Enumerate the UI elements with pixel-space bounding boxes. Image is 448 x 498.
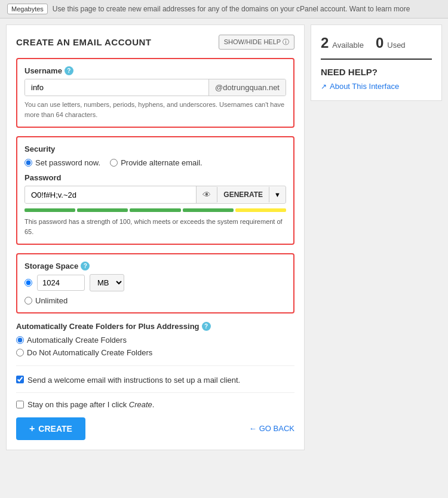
- external-link-icon: ↗: [321, 82, 327, 91]
- top-bar-message: Use this page to create new email addres…: [53, 5, 410, 13]
- auto-create-label: Automatically Create Folders: [27, 336, 127, 345]
- go-back-label: GO BACK: [259, 424, 294, 433]
- username-label: Username ?: [24, 66, 286, 75]
- storage-unit-select[interactable]: MB GB: [90, 274, 124, 291]
- username-label-text: Username: [24, 66, 62, 75]
- top-bar: Megabytes Use this page to create new em…: [0, 0, 448, 19]
- welcome-email-checkbox[interactable]: [16, 376, 24, 383]
- go-back-arrow-icon: ←: [249, 424, 257, 433]
- welcome-email-row: Send a welcome email with instructions t…: [16, 374, 294, 386]
- show-password-button[interactable]: 👁: [196, 186, 217, 203]
- used-label: Used: [387, 41, 405, 50]
- main-container: CREATE AN EMAIL ACCOUNT SHOW/HIDE HELP ⓘ…: [0, 19, 448, 456]
- show-hide-button[interactable]: SHOW/HIDE HELP ⓘ: [219, 35, 294, 50]
- username-section: Username ? @dotrungquan.net You can use …: [16, 58, 294, 128]
- strength-text: This password has a strength of 100, whi…: [24, 217, 286, 236]
- stats-row: 2 Available 0 Used: [321, 35, 432, 60]
- folders-title: Automatically Create Folders for Plus Ad…: [16, 322, 294, 331]
- security-radio-row: Set password now. Provide alternate emai…: [24, 158, 286, 167]
- available-stat: 2 Available: [321, 35, 364, 51]
- generate-dropdown-button[interactable]: ▼: [269, 187, 286, 202]
- strength-bar: [24, 208, 286, 212]
- stay-checkbox[interactable]: [16, 401, 24, 408]
- alternate-email-radio[interactable]: [110, 159, 118, 167]
- security-title: Security: [24, 145, 286, 153]
- storage-help-icon[interactable]: ?: [81, 262, 90, 270]
- go-back-link[interactable]: ← GO BACK: [249, 424, 294, 433]
- no-auto-create-option[interactable]: Do Not Automatically Create Folders: [16, 348, 294, 357]
- available-label: Available: [332, 41, 364, 50]
- used-stat: 0 Used: [376, 35, 406, 51]
- stay-row: Stay on this page after I click Create.: [16, 392, 294, 409]
- generate-button[interactable]: GENERATE: [217, 187, 269, 202]
- domain-suffix: @dotrungquan.net: [208, 79, 286, 96]
- megabytes-tag: Megabytes: [7, 4, 48, 14]
- storage-input[interactable]: [37, 275, 85, 291]
- storage-label-text: Storage Space: [24, 262, 78, 270]
- left-panel: CREATE AN EMAIL ACCOUNT SHOW/HIDE HELP ⓘ…: [6, 24, 305, 450]
- password-label: Password: [24, 173, 286, 182]
- panel-header: CREATE AN EMAIL ACCOUNT SHOW/HIDE HELP ⓘ: [16, 35, 294, 50]
- strength-seg-1: [24, 208, 75, 212]
- unlimited-radio[interactable]: [24, 297, 32, 305]
- unlimited-row: Unlimited: [24, 296, 286, 305]
- set-password-radio[interactable]: [24, 159, 32, 167]
- strength-seg-2: [77, 208, 128, 212]
- no-auto-create-label: Do Not Automatically Create Folders: [27, 348, 152, 357]
- storage-input-row: MB GB: [24, 274, 286, 291]
- security-section: Security Set password now. Provide alter…: [16, 136, 294, 245]
- about-link[interactable]: ↗ About This Interface: [321, 82, 432, 91]
- generate-btn-group: GENERATE ▼: [217, 187, 286, 202]
- used-count: 0: [376, 35, 383, 51]
- folders-help-icon[interactable]: ?: [202, 322, 211, 331]
- password-row: 👁 GENERATE ▼: [24, 186, 286, 204]
- storage-radio[interactable]: [24, 279, 32, 287]
- set-password-label: Set password now.: [35, 158, 100, 167]
- username-help-icon[interactable]: ?: [65, 66, 73, 75]
- folders-title-text: Automatically Create Folders for Plus Ad…: [16, 322, 200, 331]
- password-input[interactable]: [25, 187, 196, 203]
- no-auto-create-radio[interactable]: [16, 349, 24, 356]
- storage-section: Storage Space ? MB GB Unlimited: [16, 253, 294, 313]
- strength-seg-4: [183, 208, 234, 212]
- alternate-email-option[interactable]: Provide alternate email.: [110, 158, 202, 167]
- storage-label: Storage Space ?: [24, 262, 286, 270]
- auto-create-radio[interactable]: [16, 336, 24, 344]
- alternate-email-label: Provide alternate email.: [121, 158, 202, 167]
- need-help-title: NEED HELP?: [321, 67, 432, 77]
- right-panel: 2 Available 0 Used NEED HELP? ↗ About Th…: [311, 24, 442, 101]
- available-count: 2: [321, 35, 329, 51]
- username-input-row: @dotrungquan.net: [24, 79, 286, 96]
- set-password-option[interactable]: Set password now.: [24, 158, 100, 167]
- auto-create-option[interactable]: Automatically Create Folders: [16, 336, 294, 345]
- strength-seg-5: [235, 208, 286, 212]
- create-button[interactable]: CREATE: [16, 417, 85, 440]
- unlimited-label: Unlimited: [35, 296, 67, 305]
- username-input[interactable]: [25, 79, 208, 96]
- strength-seg-3: [130, 208, 180, 212]
- panel-title: CREATE AN EMAIL ACCOUNT: [16, 37, 152, 47]
- folders-section: Automatically Create Folders for Plus Ad…: [16, 322, 294, 366]
- welcome-email-label: Send a welcome email with instructions t…: [27, 374, 240, 386]
- stay-label: Stay on this page after I click Create.: [27, 400, 154, 409]
- about-link-label: About This Interface: [330, 82, 399, 91]
- bottom-actions: CREATE ← GO BACK: [16, 417, 294, 440]
- username-helper-text: You can use letters, numbers, periods, h…: [24, 100, 286, 119]
